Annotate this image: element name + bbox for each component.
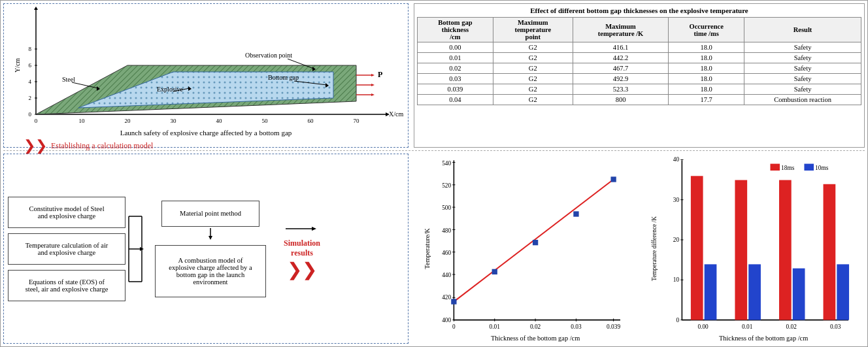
- box-material-point: Material point method: [161, 201, 259, 227]
- table-row: 0.039G2523.318.0Safety: [418, 84, 861, 95]
- svg-rect-114: [705, 264, 717, 320]
- svg-rect-118: [793, 269, 805, 320]
- table-cell: G2: [493, 95, 573, 105]
- table-row: 0.01G2442.218.0Safety: [418, 53, 861, 63]
- svg-text:18ms: 18ms: [781, 165, 795, 171]
- diagram-svg: 0 2 4 6 8 0 10 20 30 40 50: [7, 7, 405, 127]
- svg-text:Temperature/K: Temperature/K: [424, 228, 431, 269]
- diagram-canvas: 0 2 4 6 8 0 10 20 30 40 50: [7, 7, 405, 127]
- svg-rect-117: [779, 180, 792, 320]
- svg-rect-119: [824, 184, 836, 320]
- svg-marker-56: [209, 236, 212, 240]
- svg-text:420: 420: [442, 294, 451, 301]
- svg-text:30: 30: [673, 197, 680, 203]
- svg-text:6: 6: [29, 62, 32, 69]
- svg-text:0.039: 0.039: [607, 323, 620, 330]
- charts-section: Temperature/K Thickness of the bottom ga…: [409, 154, 865, 344]
- bar-chart-container: Temperature difference /K Thickness of t…: [642, 154, 865, 344]
- svg-rect-120: [837, 264, 849, 320]
- col-header-max-point: Maximumtemperaturepoint: [493, 18, 573, 42]
- left-diagram: 0 2 4 6 8 0 10 20 30 40 50: [3, 3, 409, 148]
- table-cell: 18.0: [669, 63, 744, 74]
- svg-text:40: 40: [216, 118, 223, 124]
- table-cell: 467.7: [573, 63, 668, 74]
- diagram-caption: Launch safety of explosive charge affect…: [7, 129, 405, 137]
- main-container: 0 2 4 6 8 0 10 20 30 40 50: [0, 0, 868, 347]
- svg-text:10: 10: [673, 276, 680, 283]
- line-chart-container: Temperature/K Thickness of the bottom ga…: [414, 154, 637, 344]
- table-cell: 523.3: [573, 84, 668, 95]
- svg-text:0: 0: [35, 118, 38, 124]
- svg-text:Explosive: Explosive: [157, 86, 184, 93]
- table-cell: 18.0: [669, 84, 744, 95]
- svg-text:0.01: 0.01: [490, 323, 501, 330]
- table-cell: 800: [573, 95, 668, 105]
- table-cell: G2: [493, 63, 573, 74]
- svg-text:0.02: 0.02: [530, 323, 541, 330]
- table-cell: G2: [493, 74, 573, 84]
- svg-text:400: 400: [442, 317, 451, 323]
- svg-text:520: 520: [442, 182, 451, 189]
- chevron-down-icon: ❯❯: [24, 139, 47, 153]
- svg-marker-35: [371, 93, 375, 96]
- svg-text:Temperature difference /K: Temperature difference /K: [651, 216, 658, 281]
- table-cell: 0.01: [418, 53, 493, 63]
- flow-diagram: Constitutive model of Steeland explosive…: [8, 158, 404, 339]
- table-row: 0.00G2416.118.0Safety: [418, 42, 861, 53]
- svg-text:40: 40: [673, 156, 680, 163]
- svg-text:0: 0: [452, 323, 456, 330]
- box-temperature: Temperature calculation of airand explos…: [8, 233, 125, 265]
- table-cell: Safety: [744, 74, 861, 84]
- arrow-down-svg: [204, 227, 217, 240]
- simulation-label: Simulation results: [276, 239, 328, 258]
- svg-text:0: 0: [676, 317, 680, 323]
- flow-left-boxes: Constitutive model of Steeland explosive…: [8, 197, 125, 301]
- svg-text:70: 70: [354, 118, 360, 124]
- table-cell: 17.7: [669, 95, 744, 105]
- svg-text:20: 20: [673, 237, 680, 243]
- svg-text:20: 20: [125, 118, 131, 124]
- chevron-right-icon: ❯❯: [287, 261, 317, 279]
- svg-text:500: 500: [442, 205, 451, 211]
- table-cell: G2: [493, 42, 573, 53]
- svg-rect-93: [573, 211, 578, 216]
- svg-marker-58: [312, 227, 316, 231]
- table-cell: Safety: [744, 63, 861, 74]
- svg-rect-92: [533, 240, 538, 245]
- arrow-to-center-svg: [125, 197, 145, 301]
- col-header-occurrence: Occurrencetime /ms: [669, 18, 744, 42]
- table-cell: 416.1: [573, 42, 668, 53]
- table-cell: 0.00: [418, 42, 493, 53]
- flow-section: ❯❯ Establishing a calculation model Cons…: [3, 154, 409, 344]
- table-cell: Safety: [744, 53, 861, 63]
- table-cell: 492.9: [573, 74, 668, 84]
- table-title: Effect of different bottom gap thickness…: [417, 7, 861, 14]
- svg-rect-111: [804, 164, 814, 171]
- table-cell: 442.2: [573, 53, 668, 63]
- box-eos: Equations of state (EOS) ofsteel, air an…: [8, 270, 125, 301]
- svg-text:440: 440: [442, 272, 451, 278]
- table-cell: 0.04: [418, 95, 493, 105]
- svg-rect-115: [735, 180, 747, 320]
- table-cell: Combustion reaction: [744, 95, 861, 105]
- table-cell: 18.0: [669, 74, 744, 84]
- flow-center: Material point method A combustion model…: [145, 201, 276, 297]
- svg-text:X/cm: X/cm: [389, 110, 403, 118]
- col-header-result: Result: [744, 18, 861, 42]
- svg-text:0.02: 0.02: [786, 323, 797, 330]
- svg-text:30: 30: [171, 118, 177, 124]
- svg-text:10ms: 10ms: [815, 165, 829, 171]
- flow-right-arrow-section: Simulation results ❯❯: [276, 219, 328, 279]
- svg-rect-94: [610, 176, 616, 182]
- svg-rect-91: [492, 269, 497, 274]
- svg-text:460: 460: [442, 250, 451, 256]
- svg-rect-116: [748, 264, 761, 320]
- svg-text:Bottom gap: Bottom gap: [268, 74, 299, 81]
- top-section: 0 2 4 6 8 0 10 20 30 40 50: [3, 3, 865, 151]
- svg-text:8: 8: [29, 46, 32, 52]
- svg-text:Observation point: Observation point: [245, 52, 292, 59]
- svg-text:540: 540: [442, 160, 451, 167]
- svg-rect-90: [451, 299, 456, 304]
- svg-text:P: P: [378, 70, 382, 79]
- table-cell: 0.02: [418, 63, 493, 74]
